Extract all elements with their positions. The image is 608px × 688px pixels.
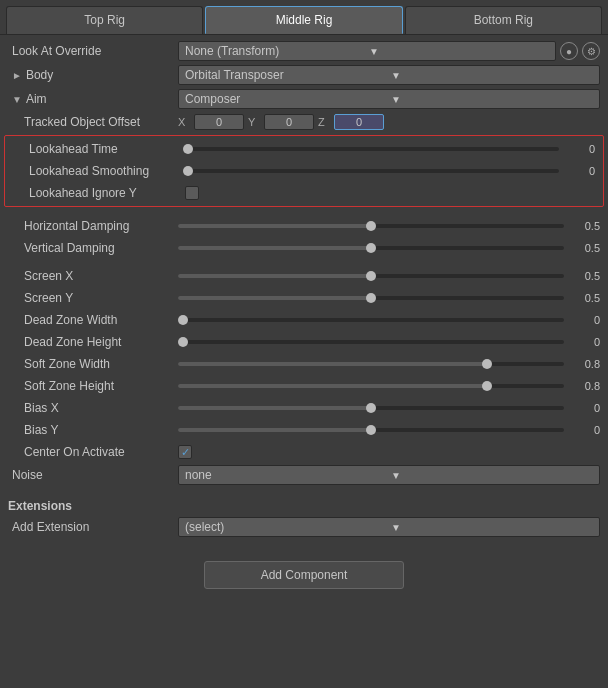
x-field[interactable] — [194, 114, 244, 130]
screen-x-slider[interactable] — [178, 274, 564, 278]
screen-y-label: Screen Y — [8, 291, 178, 305]
screen-y-row: Screen Y 0.5 — [0, 287, 608, 309]
soft-zone-width-thumb[interactable] — [482, 359, 492, 369]
vertical-damping-slider[interactable] — [178, 246, 564, 250]
noise-arrow: ▼ — [391, 470, 593, 481]
dead-zone-width-thumb[interactable] — [178, 315, 188, 325]
bias-y-slider-container: 0 — [178, 424, 600, 436]
tab-bottom-rig[interactable]: Bottom Rig — [405, 6, 602, 34]
look-at-gear-icon[interactable]: ⚙ — [582, 42, 600, 60]
soft-zone-height-row: Soft Zone Height 0.8 — [0, 375, 608, 397]
screen-y-slider-container: 0.5 — [178, 292, 600, 304]
lookahead-ignore-y-label: Lookahead Ignore Y — [13, 186, 183, 200]
bias-x-thumb[interactable] — [366, 403, 376, 413]
horizontal-damping-thumb[interactable] — [366, 221, 376, 231]
aim-label: ▼Aim — [8, 92, 178, 106]
extensions-header: Extensions — [0, 493, 608, 515]
screen-x-slider-container: 0.5 — [178, 270, 600, 282]
dead-zone-width-value: 0 — [570, 314, 600, 326]
lookahead-smoothing-thumb[interactable] — [183, 166, 193, 176]
bias-y-value: 0 — [570, 424, 600, 436]
lookahead-time-value: 0 — [565, 143, 595, 155]
z-label: Z — [318, 116, 330, 128]
vertical-damping-slider-container: 0.5 — [178, 242, 600, 254]
bias-x-slider[interactable] — [178, 406, 564, 410]
look-at-circle-icon[interactable]: ● — [560, 42, 578, 60]
screen-x-label: Screen X — [8, 269, 178, 283]
look-at-override-row: Look At Override None (Transform) ▼ ● ⚙ — [0, 39, 608, 63]
screen-x-fill — [178, 274, 371, 278]
tracked-object-offset-label: Tracked Object Offset — [8, 115, 178, 129]
screen-y-slider[interactable] — [178, 296, 564, 300]
dead-zone-width-slider-container: 0 — [178, 314, 600, 326]
dead-zone-height-slider[interactable] — [178, 340, 564, 344]
horizontal-damping-value: 0.5 — [570, 220, 600, 232]
noise-dropdown[interactable]: none ▼ — [178, 465, 600, 485]
lookahead-time-row: Lookahead Time 0 — [5, 138, 603, 160]
lookahead-smoothing-slider-container: 0 — [183, 165, 595, 177]
main-content: Look At Override None (Transform) ▼ ● ⚙ … — [0, 35, 608, 603]
add-component-button[interactable]: Add Component — [204, 561, 404, 589]
soft-zone-width-row: Soft Zone Width 0.8 — [0, 353, 608, 375]
center-on-activate-checkbox[interactable]: ✓ — [178, 445, 192, 459]
dead-zone-height-thumb[interactable] — [178, 337, 188, 347]
lookahead-time-slider[interactable] — [183, 147, 559, 151]
lookahead-smoothing-slider[interactable] — [183, 169, 559, 173]
z-field[interactable] — [334, 114, 384, 130]
body-label: ►Body — [8, 68, 178, 82]
y-label: Y — [248, 116, 260, 128]
aim-value: Composer — [185, 92, 387, 106]
soft-zone-width-fill — [178, 362, 487, 366]
screen-x-thumb[interactable] — [366, 271, 376, 281]
aim-dropdown[interactable]: Composer ▼ — [178, 89, 600, 109]
screen-y-value: 0.5 — [570, 292, 600, 304]
screen-y-thumb[interactable] — [366, 293, 376, 303]
look-at-override-value: None (Transform) — [185, 44, 365, 58]
screen-x-value: 0.5 — [570, 270, 600, 282]
body-dropdown[interactable]: Orbital Transposer ▼ — [178, 65, 600, 85]
aim-triangle[interactable]: ▼ — [12, 94, 22, 105]
vertical-damping-thumb[interactable] — [366, 243, 376, 253]
tab-top-rig[interactable]: Top Rig — [6, 6, 203, 34]
tracked-object-offset-row: Tracked Object Offset X Y Z — [0, 111, 608, 133]
dead-zone-width-label: Dead Zone Width — [8, 313, 178, 327]
soft-zone-height-label: Soft Zone Height — [8, 379, 178, 393]
body-triangle[interactable]: ► — [12, 70, 22, 81]
lookahead-smoothing-label: Lookahead Smoothing — [13, 164, 183, 178]
lookahead-group: Lookahead Time 0 Lookahead Smoothing — [4, 135, 604, 207]
horizontal-damping-slider[interactable] — [178, 224, 564, 228]
body-value: Orbital Transposer — [185, 68, 387, 82]
lookahead-ignore-y-checkbox[interactable] — [185, 186, 199, 200]
noise-value: none — [185, 468, 387, 482]
center-on-activate-label: Center On Activate — [8, 445, 178, 459]
bias-x-slider-container: 0 — [178, 402, 600, 414]
soft-zone-height-slider[interactable] — [178, 384, 564, 388]
lookahead-time-label: Lookahead Time — [13, 142, 183, 156]
lookahead-time-slider-container: 0 — [183, 143, 595, 155]
tab-middle-rig[interactable]: Middle Rig — [205, 6, 402, 34]
horizontal-damping-slider-container: 0.5 — [178, 220, 600, 232]
look-at-override-dropdown[interactable]: None (Transform) ▼ — [178, 41, 556, 61]
soft-zone-width-slider[interactable] — [178, 362, 564, 366]
bias-x-label: Bias X — [8, 401, 178, 415]
lookahead-time-thumb[interactable] — [183, 144, 193, 154]
noise-label: Noise — [8, 468, 178, 482]
bias-y-thumb[interactable] — [366, 425, 376, 435]
soft-zone-height-thumb[interactable] — [482, 381, 492, 391]
lookahead-smoothing-row: Lookahead Smoothing 0 — [5, 160, 603, 182]
xyz-fields: X Y Z — [178, 114, 600, 130]
screen-y-fill — [178, 296, 371, 300]
dead-zone-width-slider[interactable] — [178, 318, 564, 322]
y-field[interactable] — [264, 114, 314, 130]
soft-zone-width-value: 0.8 — [570, 358, 600, 370]
dead-zone-height-label: Dead Zone Height — [8, 335, 178, 349]
vertical-damping-label: Vertical Damping — [8, 241, 178, 255]
vertical-damping-value: 0.5 — [570, 242, 600, 254]
dead-zone-height-value: 0 — [570, 336, 600, 348]
horizontal-damping-label: Horizontal Damping — [8, 219, 178, 233]
soft-zone-width-label: Soft Zone Width — [8, 357, 178, 371]
bias-y-slider[interactable] — [178, 428, 564, 432]
noise-row: Noise none ▼ — [0, 463, 608, 487]
add-extension-dropdown[interactable]: (select) ▼ — [178, 517, 600, 537]
vertical-damping-row: Vertical Damping 0.5 — [0, 237, 608, 259]
